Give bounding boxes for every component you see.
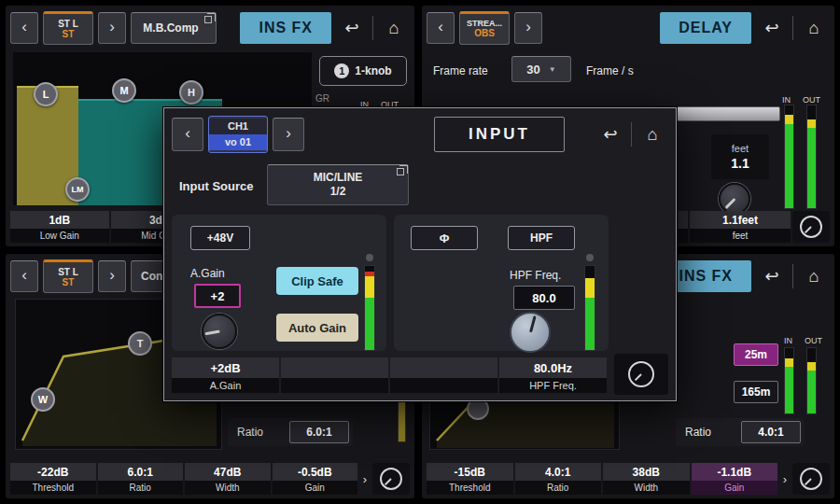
param-threshold[interactable]: -22dB Threshold — [10, 463, 96, 495]
undo-icon[interactable]: ↩ — [756, 260, 788, 292]
handle-label: T — [137, 338, 144, 349]
prev-channel-button[interactable]: ‹ — [172, 118, 203, 151]
home-icon[interactable]: ⌂ — [798, 260, 830, 292]
param-again[interactable]: +2dB A.Gain — [172, 357, 279, 395]
next-channel-button[interactable]: › — [98, 260, 126, 292]
undo-icon[interactable]: ↩ — [756, 12, 788, 44]
undo-icon[interactable]: ↩ — [595, 119, 626, 150]
param-footer: -15dB Threshold 4.0:1 Ratio 38dB Width -… — [427, 463, 830, 495]
again-meter — [364, 265, 375, 351]
channel-select-button[interactable]: STREA... OBS — [459, 11, 510, 45]
meter-in-label: IN — [784, 336, 792, 345]
hpf-freq-knob[interactable] — [510, 312, 551, 353]
param-label: Threshold — [427, 481, 513, 495]
delay-knob[interactable] — [719, 183, 750, 215]
param-value — [281, 357, 388, 378]
more-params-icon[interactable]: › — [779, 463, 791, 495]
prev-channel-button[interactable]: ‹ — [10, 260, 38, 292]
more-params-icon[interactable]: › — [359, 463, 371, 495]
channel-sub: ST — [44, 29, 92, 40]
param-threshold[interactable]: -15dB Threshold — [427, 463, 513, 495]
knob-icon — [800, 216, 822, 238]
again-value[interactable]: +2 — [194, 284, 241, 308]
next-channel-button[interactable]: › — [514, 12, 542, 44]
channel-select-button[interactable]: ST L ST — [43, 259, 93, 293]
param-label — [390, 378, 497, 393]
home-icon[interactable]: ⌂ — [637, 119, 668, 150]
home-icon[interactable]: ⌂ — [378, 12, 410, 44]
param-label: Gain — [692, 481, 778, 495]
peak-led — [366, 254, 373, 261]
channel-name: ST L — [44, 19, 92, 30]
param-ratio[interactable]: 6.0:1 Ratio — [98, 463, 184, 495]
frame-rate-select[interactable]: 30 ▼ — [511, 56, 571, 82]
auto-gain-button[interactable]: Auto Gain — [276, 314, 358, 342]
touch-knob-button[interactable] — [792, 463, 830, 495]
hpf-button[interactable]: HPF — [508, 226, 575, 250]
divider — [792, 264, 793, 288]
param-label: Width — [603, 481, 690, 495]
home-icon[interactable]: ⌂ — [798, 12, 830, 44]
param-delay[interactable]: 1.1feet feet — [690, 211, 791, 243]
param-gain[interactable]: -0.5dB Gain — [273, 463, 358, 495]
param-value: 38dB — [603, 463, 690, 481]
band-handle-low[interactable]: L — [34, 82, 58, 106]
touch-knob-button[interactable] — [792, 211, 830, 243]
clip-safe-button[interactable]: Clip Safe — [276, 267, 358, 295]
delay-value: 1.1 — [731, 156, 749, 171]
preset-label: Con — [141, 270, 162, 283]
param-width[interactable]: 47dB Width — [185, 463, 271, 495]
hpf-freq-value[interactable]: 80.0 — [513, 286, 575, 310]
param-label: feet — [690, 229, 791, 243]
prev-channel-button[interactable]: ‹ — [10, 12, 38, 44]
curve-handle-width[interactable]: W — [32, 388, 54, 411]
attack-value[interactable]: 25m — [734, 343, 778, 366]
param-low-gain[interactable]: 1dB Low Gain — [10, 211, 109, 243]
curve-handle-threshold[interactable]: T — [129, 332, 151, 355]
meter-green — [365, 298, 374, 350]
channel-select-button[interactable]: ST L ST — [43, 11, 93, 45]
hpf-section: Φ HPF HPF Freq. 80.0 — [394, 215, 609, 351]
next-channel-button[interactable]: › — [98, 12, 126, 44]
channel-sub: ST — [44, 277, 92, 288]
meter-green — [807, 128, 816, 208]
again-knob[interactable] — [202, 314, 237, 349]
band-handle-high[interactable]: H — [179, 80, 203, 105]
param-hpf-freq[interactable]: 80.0Hz HPF Freq. — [499, 357, 607, 395]
meter-yellow — [365, 276, 374, 298]
param-label: HPF Freq. — [499, 378, 607, 393]
crossover-handle-lm[interactable]: LM — [65, 177, 90, 202]
param-width[interactable]: 38dB Width — [603, 463, 690, 495]
param-cell[interactable] — [281, 357, 388, 395]
phantom-48v-button[interactable]: +48V — [190, 226, 250, 250]
param-label: Threshold — [10, 481, 96, 495]
ratio-value[interactable]: 6.0:1 — [289, 421, 349, 443]
prev-channel-button[interactable]: ‹ — [427, 12, 455, 44]
touch-knob-button[interactable] — [614, 354, 668, 395]
param-cell[interactable] — [390, 357, 497, 395]
delay-value-display[interactable]: feet 1.1 — [711, 134, 769, 179]
next-channel-button[interactable]: › — [273, 118, 304, 151]
curve-handle[interactable] — [468, 399, 488, 419]
undo-icon[interactable]: ↩ — [336, 12, 368, 44]
release-value[interactable]: 165m — [734, 381, 778, 403]
ratio-value[interactable]: 4.0:1 — [741, 421, 801, 443]
knob-icon — [380, 468, 402, 490]
param-value: +2dB — [172, 357, 279, 378]
touch-knob-button[interactable] — [372, 463, 410, 495]
param-ratio[interactable]: 4.0:1 Ratio — [515, 463, 602, 495]
band-handle-mid[interactable]: M — [112, 78, 136, 103]
channel-name: STREA... — [460, 19, 509, 28]
one-knob-button[interactable]: 1 1-knob — [319, 56, 407, 86]
input-source-label: Input Source — [179, 179, 253, 193]
preset-button[interactable]: M.B.Comp — [131, 12, 217, 44]
param-value: -1.1dB — [692, 463, 778, 481]
param-value: 80.0Hz — [499, 357, 607, 378]
panel-header: ‹ STREA... OBS › DELAY ↩ ⌂ — [427, 9, 830, 47]
dropdown-arrow-icon: ▼ — [549, 65, 556, 74]
input-source-button[interactable]: MIC/LINE 1/2 — [267, 164, 409, 205]
param-gain-selected[interactable]: -1.1dB Gain — [692, 463, 778, 495]
phase-button[interactable]: Φ — [411, 226, 478, 250]
meter-yellow — [807, 362, 816, 370]
channel-select-button[interactable]: CH1 vo 01 — [208, 116, 268, 153]
